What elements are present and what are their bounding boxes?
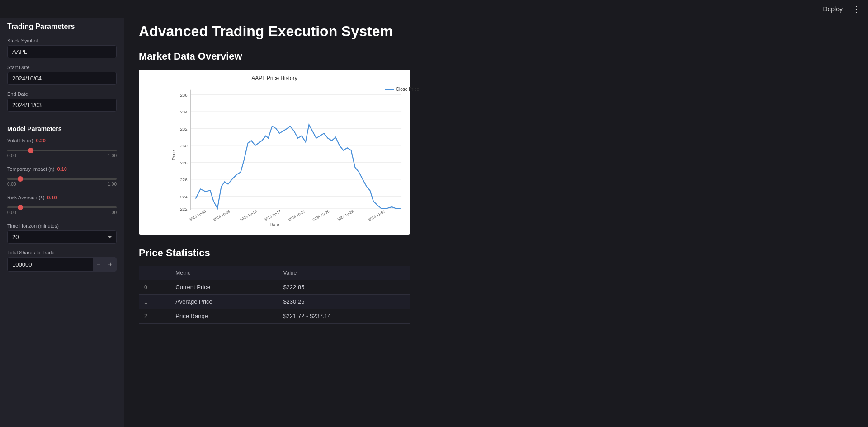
col-value-header: Value bbox=[278, 266, 410, 280]
temp-impact-group: Temporary Impact (η) 0.10 0.00 1.00 bbox=[7, 166, 117, 187]
svg-text:224: 224 bbox=[180, 194, 188, 199]
legend-line-icon bbox=[385, 89, 394, 90]
risk-aversion-label: Risk Aversion (λ) bbox=[7, 195, 44, 200]
temp-impact-slider[interactable] bbox=[7, 178, 117, 180]
trading-params-title: Trading Parameters bbox=[7, 23, 117, 31]
row-index: 1 bbox=[139, 295, 170, 309]
row-metric: Price Range bbox=[170, 309, 278, 324]
start-date-input[interactable] bbox=[7, 72, 117, 85]
top-bar: Deploy ⋮ bbox=[0, 0, 868, 18]
price-chart-svg: 236 234 232 230 228 226 224 222 2024-10-… bbox=[164, 85, 421, 221]
main-content: Advanced Trading Execution System Market… bbox=[124, 0, 868, 427]
svg-text:232: 232 bbox=[180, 127, 187, 131]
model-params-title: Model Parameters bbox=[7, 125, 117, 132]
start-date-group: Start Date bbox=[7, 65, 117, 85]
table-row: 2 Price Range $221.72 - $237.14 bbox=[139, 309, 410, 324]
chart-inner: Close Price 236 234 232 230 228 226 224 bbox=[164, 85, 421, 221]
temp-impact-label: Temporary Impact (η) bbox=[7, 166, 55, 172]
col-metric-header: Metric bbox=[170, 266, 278, 280]
row-metric: Average Price bbox=[170, 295, 278, 309]
more-icon[interactable]: ⋮ bbox=[852, 4, 861, 14]
temp-impact-value: 0.10 bbox=[57, 166, 67, 172]
chart-title: AAPL Price History bbox=[146, 75, 403, 81]
svg-text:Price: Price bbox=[171, 150, 176, 160]
svg-text:222: 222 bbox=[180, 206, 187, 211]
svg-text:2024-11-01: 2024-11-01 bbox=[368, 209, 386, 221]
svg-text:2024-10-17: 2024-10-17 bbox=[264, 209, 282, 221]
chart-legend-label: Close Price bbox=[396, 87, 419, 92]
volatility-slider[interactable] bbox=[7, 150, 117, 151]
table-row: 0 Current Price $222.85 bbox=[139, 280, 410, 295]
risk-aversion-group: Risk Aversion (λ) 0.10 0.00 1.00 bbox=[7, 195, 117, 215]
svg-text:226: 226 bbox=[180, 178, 187, 183]
svg-text:230: 230 bbox=[180, 144, 187, 149]
row-value: $221.72 - $237.14 bbox=[278, 309, 410, 324]
price-chart-container: AAPL Price History Close Price 236 234 2… bbox=[139, 70, 410, 235]
chart-legend: Close Price bbox=[385, 87, 419, 92]
row-value: $222.85 bbox=[278, 280, 410, 295]
volatility-max: 1.00 bbox=[108, 153, 117, 158]
total-shares-input[interactable] bbox=[8, 258, 93, 271]
time-horizon-select[interactable]: 5 10 15 20 30 60 bbox=[7, 230, 117, 244]
svg-text:2024-10-29: 2024-10-29 bbox=[336, 209, 354, 221]
deploy-button[interactable]: Deploy bbox=[819, 4, 846, 14]
svg-text:2024-10-21: 2024-10-21 bbox=[288, 209, 306, 221]
volatility-group: Volatility (σ) 0.20 0.00 1.00 bbox=[7, 138, 117, 158]
row-metric: Current Price bbox=[170, 280, 278, 295]
time-horizon-label: Time Horizon (minutes) bbox=[7, 223, 117, 229]
volatility-min: 0.00 bbox=[7, 153, 16, 158]
top-bar-actions: Deploy ⋮ bbox=[819, 4, 861, 14]
row-index: 0 bbox=[139, 280, 170, 295]
page-title: Advanced Trading Execution System bbox=[139, 23, 854, 40]
stock-symbol-input[interactable] bbox=[7, 45, 117, 58]
risk-aversion-slider[interactable] bbox=[7, 206, 117, 208]
svg-text:234: 234 bbox=[180, 110, 188, 115]
temp-impact-min: 0.00 bbox=[7, 182, 16, 187]
risk-aversion-value: 0.10 bbox=[47, 195, 57, 200]
price-stats-title: Price Statistics bbox=[139, 247, 854, 259]
time-horizon-group: Time Horizon (minutes) 5 10 15 20 30 60 bbox=[7, 223, 117, 244]
volatility-label: Volatility (σ) bbox=[7, 138, 33, 143]
start-date-label: Start Date bbox=[7, 65, 117, 70]
end-date-group: End Date bbox=[7, 91, 117, 112]
total-shares-label: Total Shares to Trade bbox=[7, 250, 117, 255]
total-shares-group: Total Shares to Trade − + bbox=[7, 250, 117, 272]
risk-aversion-max: 1.00 bbox=[108, 210, 117, 215]
row-index: 2 bbox=[139, 309, 170, 324]
svg-text:2024-10-13: 2024-10-13 bbox=[239, 209, 257, 221]
col-index-header bbox=[139, 266, 170, 280]
sidebar: ‹ Trading Parameters Stock Symbol Start … bbox=[0, 0, 124, 427]
svg-text:2024-10-25: 2024-10-25 bbox=[312, 209, 330, 221]
chart-x-axis-label: Date bbox=[146, 222, 403, 227]
table-row: 1 Average Price $230.26 bbox=[139, 295, 410, 309]
market-data-title: Market Data Overview bbox=[139, 51, 854, 62]
risk-aversion-min: 0.00 bbox=[7, 210, 16, 215]
volatility-value: 0.20 bbox=[36, 138, 46, 143]
row-value: $230.26 bbox=[278, 295, 410, 309]
stock-symbol-label: Stock Symbol bbox=[7, 38, 117, 43]
price-line bbox=[196, 125, 401, 208]
stock-symbol-group: Stock Symbol bbox=[7, 38, 117, 58]
price-stats-table: Metric Value 0 Current Price $222.85 1 A… bbox=[139, 266, 410, 324]
end-date-label: End Date bbox=[7, 91, 117, 97]
total-shares-increment-button[interactable]: + bbox=[104, 258, 116, 271]
svg-text:2024-10-09: 2024-10-09 bbox=[212, 209, 231, 221]
total-shares-input-group: − + bbox=[7, 257, 117, 272]
svg-text:2024-10-05: 2024-10-05 bbox=[189, 209, 207, 221]
end-date-input[interactable] bbox=[7, 99, 117, 112]
temp-impact-max: 1.00 bbox=[108, 182, 117, 187]
total-shares-decrement-button[interactable]: − bbox=[93, 258, 104, 271]
svg-text:236: 236 bbox=[180, 93, 187, 98]
svg-text:228: 228 bbox=[180, 160, 187, 165]
